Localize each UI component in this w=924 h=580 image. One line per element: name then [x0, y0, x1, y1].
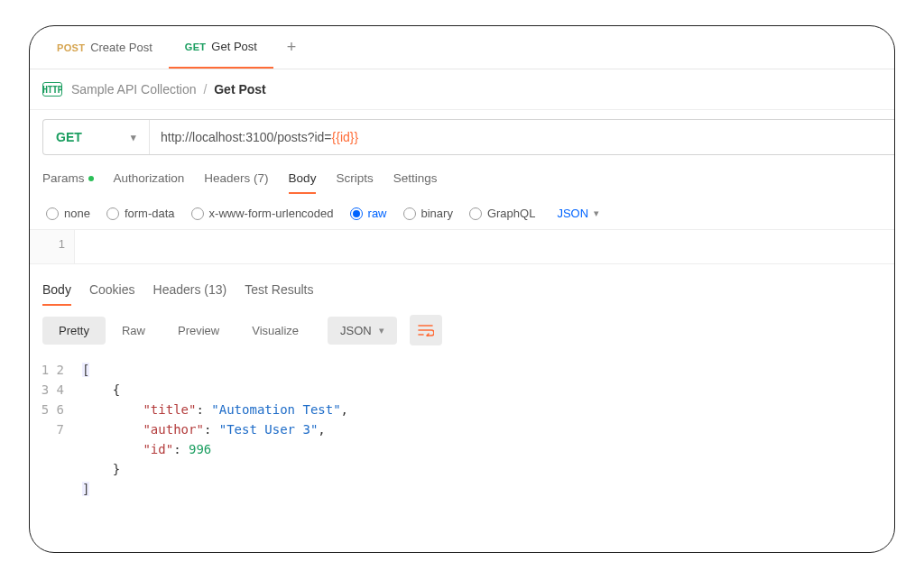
breadcrumb-current: Get Post — [214, 82, 266, 97]
method-badge-get: GET — [185, 41, 207, 52]
response-format-dropdown[interactable]: JSON ▾ — [328, 317, 397, 345]
tab-label: Get Post — [211, 40, 257, 53]
radio-icon — [46, 207, 59, 220]
response-format-value: JSON — [340, 324, 372, 337]
body-type-row: none form-data x-www-form-urlencoded raw… — [30, 194, 894, 230]
response-body-viewer[interactable]: 1 2 3 4 5 6 7 [ { "title": "Automation T… — [30, 354, 894, 504]
body-type-binary[interactable]: binary — [403, 207, 453, 220]
wrap-lines-button[interactable] — [410, 315, 442, 345]
tab-create-post[interactable]: POST Create Post — [41, 26, 169, 69]
body-format-value: JSON — [557, 207, 588, 220]
response-gutter: 1 2 3 4 5 6 7 — [30, 354, 75, 504]
response-tab-test-results[interactable]: Test Results — [245, 282, 313, 306]
response-tab-cookies[interactable]: Cookies — [89, 282, 135, 306]
radio-icon — [403, 207, 416, 220]
url-bar: GET ▾ http://localhost:3100/posts?id={{i… — [42, 119, 894, 155]
body-type-none[interactable]: none — [46, 207, 90, 220]
tab-params[interactable]: Params — [42, 171, 94, 194]
breadcrumb-separator: / — [203, 82, 207, 97]
radio-label: raw — [368, 207, 387, 220]
tab-label: Create Post — [90, 41, 152, 54]
viewmode-raw[interactable]: Raw — [106, 317, 162, 345]
request-body-editor[interactable]: 1 — [30, 230, 894, 264]
url-text: http://localhost:3100/posts?id= — [161, 130, 332, 144]
radio-label: x-www-form-urlencoded — [209, 207, 334, 220]
response-tab-body[interactable]: Body — [42, 282, 71, 306]
radio-label: none — [64, 207, 90, 220]
response-body-content: [ { "title": "Automation Test", "author"… — [75, 354, 894, 504]
response-tabs: Body Cookies Headers (13) Test Results — [30, 264, 894, 306]
viewmode-visualize[interactable]: Visualize — [236, 317, 315, 345]
request-tabs: Params Authorization Headers (7) Body Sc… — [30, 155, 894, 194]
breadcrumb-collection[interactable]: Sample API Collection — [71, 82, 197, 97]
tab-params-label: Params — [42, 171, 85, 185]
url-variable: {{id}} — [332, 130, 359, 144]
chevron-down-icon: ▾ — [379, 325, 384, 336]
method-dropdown[interactable]: GET ▾ — [43, 120, 150, 154]
radio-label: form-data — [125, 207, 175, 220]
body-format-dropdown[interactable]: JSON ▾ — [557, 207, 599, 220]
radio-label: GraphQL — [487, 207, 535, 220]
tab-get-post[interactable]: GET Get Post — [169, 26, 273, 69]
radio-label: binary — [421, 207, 453, 220]
tab-settings[interactable]: Settings — [393, 171, 438, 194]
editor-gutter: 1 — [30, 230, 75, 263]
wrap-icon — [418, 324, 434, 336]
body-type-form-data[interactable]: form-data — [106, 207, 175, 220]
breadcrumb-row: HTTP Sample API Collection / Get Post — [30, 69, 894, 110]
tab-authorization[interactable]: Authorization — [114, 171, 185, 194]
tab-headers[interactable]: Headers (7) — [204, 171, 268, 194]
body-type-raw[interactable]: raw — [350, 207, 387, 220]
tabs-row: POST Create Post GET Get Post + — [30, 26, 894, 69]
editor-content[interactable] — [75, 230, 894, 263]
url-input[interactable]: http://localhost:3100/posts?id={{id}} — [150, 120, 894, 154]
viewmode-pretty[interactable]: Pretty — [42, 317, 106, 345]
body-type-graphql[interactable]: GraphQL — [469, 207, 535, 220]
response-viewmode-bar: Pretty Raw Preview Visualize JSON ▾ — [30, 306, 894, 354]
radio-icon — [469, 207, 482, 220]
http-icon: HTTP — [42, 82, 62, 97]
breadcrumb: Sample API Collection / Get Post — [71, 82, 266, 97]
viewmode-preview[interactable]: Preview — [162, 317, 236, 345]
add-tab-button[interactable]: + — [273, 26, 310, 69]
response-tab-headers[interactable]: Headers (13) — [153, 282, 227, 306]
chevron-down-icon: ▾ — [131, 132, 136, 143]
radio-icon — [350, 207, 363, 220]
radio-icon — [106, 207, 119, 220]
method-value: GET — [56, 130, 82, 144]
tab-body[interactable]: Body — [289, 171, 317, 194]
tab-scripts[interactable]: Scripts — [336, 171, 373, 194]
method-badge-post: POST — [57, 42, 85, 53]
chevron-down-icon: ▾ — [594, 207, 599, 219]
radio-icon — [191, 207, 204, 220]
body-type-urlencoded[interactable]: x-www-form-urlencoded — [191, 207, 334, 220]
params-indicator-dot — [88, 176, 94, 181]
